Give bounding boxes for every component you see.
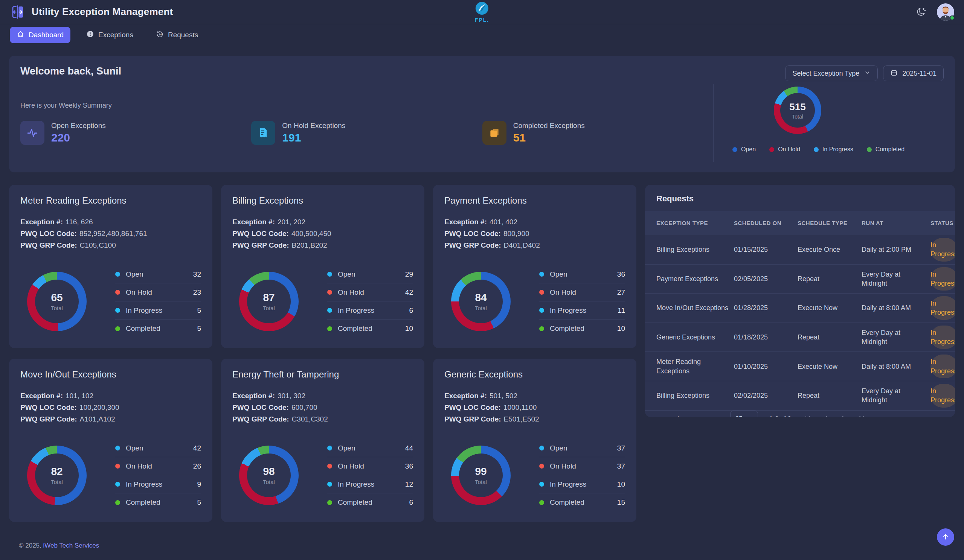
legend-value: 10 <box>405 325 413 333</box>
dark-mode-icon[interactable] <box>914 5 928 19</box>
cell-scheduled-on: 01/10/2025 <box>734 359 795 374</box>
legend-value: 5 <box>197 325 201 333</box>
legend-label: Completed <box>126 498 191 506</box>
legend-label: In Progress <box>822 146 853 153</box>
donut-total: 65 <box>51 292 62 304</box>
avatar[interactable] <box>937 3 954 21</box>
legend-value: 29 <box>405 270 413 279</box>
legend-value: 42 <box>405 288 413 297</box>
legend-label: On Hold <box>126 462 187 471</box>
legend-value: 12 <box>405 480 413 489</box>
legend-dot-open <box>115 272 120 277</box>
col-scheduled-on: SCHEDULED ON <box>734 216 795 231</box>
legend-row: Open44 <box>327 439 413 457</box>
card-donut-chart: 84 Total <box>451 272 511 331</box>
legend-value: 9 <box>197 480 201 489</box>
cell-scheduled-on: 01/28/2025 <box>734 301 795 315</box>
tab-requests[interactable]: 24 Requests <box>149 27 205 43</box>
legend-label: In Progress <box>338 480 399 489</box>
next-page-icon[interactable] <box>839 414 848 417</box>
summary-label: Here is your Weekly Summary <box>20 102 713 110</box>
legend-row: Open29 <box>327 265 413 283</box>
fpl-logo-text: FPL. <box>475 17 489 23</box>
page-size-value: 25 <box>735 415 743 417</box>
cell-schedule-type: Repeat <box>798 272 858 286</box>
cell-exception-type: Move In/Out Exceptions <box>656 301 731 315</box>
legend-dot-open <box>327 272 332 277</box>
footer: © 2025, iWeb Tech Services <box>19 542 955 557</box>
exception-number-value: 401, 402 <box>490 218 518 226</box>
legend-row: Completed10 <box>327 320 413 338</box>
legend-value: 15 <box>617 498 625 506</box>
cell-run-at: Daily at 2:00 PM <box>861 242 928 256</box>
tab-dashboard[interactable]: Dashboard <box>10 27 70 43</box>
iweb-link[interactable]: iWeb Tech Services <box>43 542 99 549</box>
last-page-icon[interactable] <box>857 414 866 417</box>
legend-dot-completed <box>115 326 120 331</box>
stat-label: Open Exceptions <box>51 122 106 130</box>
legend-row: Completed6 <box>327 493 413 511</box>
table-row[interactable]: Payment Exceptions 02/05/2025 Repeat Eve… <box>645 265 955 294</box>
exception-number-value: 201, 202 <box>277 218 305 226</box>
sidebar-toggle-icon[interactable] <box>10 4 26 20</box>
date-picker-button[interactable]: 2025-11-01 <box>883 65 944 81</box>
previous-page-icon[interactable] <box>821 414 830 417</box>
summary-donut-chart: 515 Total <box>774 86 821 134</box>
table-row[interactable]: Generic Exceptions 01/18/2025 Repeat Eve… <box>645 323 955 352</box>
home-icon <box>16 30 24 40</box>
table-row[interactable]: Move In/Out Exceptions 01/28/2025 Execut… <box>645 294 955 323</box>
exception-type-select[interactable]: Select Exception Type <box>785 65 878 81</box>
legend-dot-open <box>115 446 120 450</box>
exception-number-label: Exception #: <box>445 392 487 400</box>
legend-row: In Progress10 <box>539 475 625 493</box>
legend-row: On Hold27 <box>539 283 625 302</box>
legend-dot-onhold <box>115 464 120 469</box>
legend-value: 32 <box>193 270 201 279</box>
legend-label: In Progress <box>550 480 612 489</box>
legend-value: 37 <box>617 462 625 471</box>
pwq-grp-value: D401,D402 <box>504 241 540 249</box>
legend-value: 6 <box>409 498 413 506</box>
legend-dot-open <box>539 272 544 277</box>
legend-dot-open <box>327 446 332 450</box>
exception-number-label: Exception #: <box>232 392 275 400</box>
status-badge: In Progress <box>930 238 955 261</box>
legend-row: In Progress9 <box>115 475 201 493</box>
legend-label: Open <box>741 146 756 153</box>
legend-dot-onhold <box>327 290 332 295</box>
legend-row: On Hold23 <box>115 283 201 302</box>
card-title: Meter Reading Exceptions <box>20 195 201 206</box>
legend-dot-inprogress <box>539 308 544 313</box>
legend-label: In Progress <box>550 306 612 315</box>
main-nav: Dashboard Exceptions 24 Requests <box>0 24 964 46</box>
tab-exceptions[interactable]: Exceptions <box>80 27 140 43</box>
legend-dot-inprogress <box>115 482 120 487</box>
legend-label: In Progress <box>126 306 191 315</box>
legend-value: 42 <box>193 444 201 452</box>
cell-scheduled-on: 01/18/2025 <box>734 330 795 344</box>
page-size-select[interactable]: 25 <box>730 411 758 417</box>
cell-scheduled-on: 01/15/2025 <box>734 242 795 256</box>
table-row[interactable]: Meter Reading Exceptions 01/10/2025 Exec… <box>645 352 955 381</box>
donut-total: 99 <box>475 466 487 477</box>
legend-label: On Hold <box>338 462 399 471</box>
fpl-logo-icon <box>475 2 489 16</box>
donut-total-label: Total <box>475 305 487 311</box>
legend-row: Open42 <box>115 439 201 457</box>
legend-row: Completed5 <box>115 320 201 338</box>
legend-row: In Progress5 <box>115 302 201 320</box>
donut-total-label: Total <box>51 479 63 485</box>
table-row[interactable]: Billing Exceptions 02/02/2025 Repeat Eve… <box>645 381 955 411</box>
exception-number-value: 116, 626 <box>65 218 93 226</box>
scroll-to-top-button[interactable] <box>937 528 954 546</box>
legend-dot-inprogress <box>814 147 819 152</box>
page-title: Utility Exception Management <box>32 6 173 18</box>
table-row[interactable]: Billing Exceptions 01/15/2025 Execute On… <box>645 235 955 265</box>
exception-number-label: Exception #: <box>445 218 487 226</box>
chevron-down-icon <box>864 69 871 78</box>
col-status: STATUS <box>930 216 953 231</box>
legend-label: Open <box>338 270 399 279</box>
col-exception-type: EXCEPTION TYPE <box>656 216 731 231</box>
first-page-icon[interactable] <box>803 414 812 417</box>
legend-dot-inprogress <box>115 308 120 313</box>
